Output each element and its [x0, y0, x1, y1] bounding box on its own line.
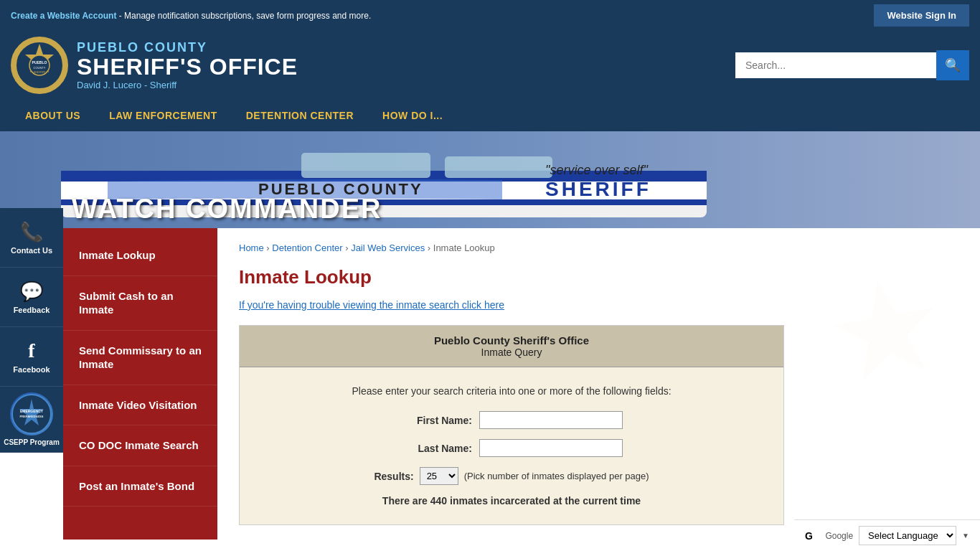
form-instruction: Please enter your search criteria into o… — [254, 385, 769, 397]
breadcrumb-sep3: › — [428, 242, 433, 253]
nav-item-how[interactable]: HOW DO I... — [368, 100, 457, 131]
csepp-badge: EMERGENCY PREPAREDNESS — [10, 392, 53, 435]
translate-bar: G Google Select Language English Spanish… — [794, 519, 980, 540]
site-title: PUEBLO COUNTY SHERIFF'S OFFICE David J. … — [77, 40, 298, 90]
breadcrumb-detention[interactable]: Detention Center — [272, 242, 342, 253]
phone-icon: 📞 — [20, 221, 43, 243]
breadcrumb-sep2: › — [345, 242, 351, 253]
language-select[interactable]: Select Language English Spanish — [859, 526, 956, 540]
form-body: Please enter your search criteria into o… — [240, 367, 783, 524]
contact-us-label: Contact Us — [11, 246, 52, 255]
breadcrumb: Home › Detention Center › Jail Web Servi… — [239, 242, 958, 253]
trouble-link[interactable]: If you're having trouble viewing the inm… — [239, 299, 958, 311]
results-select[interactable]: 10 25 50 100 — [420, 467, 458, 485]
breadcrumb-home[interactable]: Home — [239, 242, 264, 253]
content-area: ★ Home › Detention Center › Jail Web Ser… — [217, 228, 980, 540]
results-note: (Pick number of inmates displayed per pa… — [464, 471, 649, 481]
first-name-label: First Name: — [400, 415, 472, 426]
last-name-input[interactable] — [479, 439, 623, 457]
site-title-top: PUEBLO COUNTY — [77, 40, 298, 55]
csepp-sidebar-item[interactable]: EMERGENCY PREPAREDNESS CSEPP Program — [0, 387, 63, 453]
inmate-count: There are 440 inmates incarcerated at th… — [254, 495, 769, 507]
site-title-main: SHERIFF'S OFFICE — [77, 55, 298, 78]
search-icon: 🔍 — [945, 57, 961, 73]
svg-text:COUNTY: COUNTY — [34, 66, 46, 70]
google-label: Google — [825, 531, 853, 540]
search-button[interactable]: 🔍 — [936, 50, 969, 80]
feedback-icon: 💬 — [20, 281, 43, 303]
nav-send-commissary[interactable]: Send Commissary to an Inmate — [63, 331, 217, 385]
svg-text:SHERIFF: SHERIFF — [33, 70, 46, 74]
hero-watch-text: WATCH COMMANDER — [72, 194, 382, 225]
first-name-input[interactable] — [479, 411, 623, 429]
last-name-label: Last Name: — [400, 443, 472, 454]
nav-post-bond[interactable]: Post an Inmate's Bond — [63, 466, 217, 507]
facebook-icon: f — [28, 339, 34, 362]
left-sidebar: 📞 Contact Us 💬 Feedback f Facebook EMERG… — [0, 208, 63, 453]
site-title-sub: David J. Lucero - Sheriff — [77, 80, 298, 90]
form-header-subtitle: Inmate Query — [248, 347, 775, 358]
nav-item-detention[interactable]: DETENTION CENTER — [232, 100, 368, 131]
svg-text:"service over self": "service over self" — [545, 163, 649, 177]
feedback-label: Feedback — [14, 306, 50, 314]
results-label: Results: — [374, 471, 413, 482]
svg-text:G: G — [805, 530, 813, 540]
nav-inmate-lookup[interactable]: Inmate Lookup — [63, 235, 217, 276]
first-name-row: First Name: — [254, 411, 769, 429]
website-sign-in-button[interactable]: Website Sign In — [874, 4, 969, 27]
svg-text:PUEBLO: PUEBLO — [32, 60, 47, 65]
inmate-query-form: Pueblo County Sheriff's Office Inmate Qu… — [239, 325, 784, 525]
google-icon: G — [805, 529, 819, 540]
top-bar-suffix: - Manage notification subscriptions, sav… — [119, 11, 372, 21]
nav-bar: ABOUT US LAW ENFORCEMENT DETENTION CENTE… — [0, 100, 980, 131]
nav-item-law-enforcement[interactable]: LAW ENFORCEMENT — [95, 100, 232, 131]
nav-item-about[interactable]: ABOUT US — [11, 100, 95, 131]
site-header: PUEBLO COUNTY SHERIFF PUEBLO COUNTY SHER… — [0, 31, 980, 100]
results-row: Results: 10 25 50 100 (Pick number of in… — [254, 467, 769, 485]
contact-us-sidebar-item[interactable]: 📞 Contact Us — [0, 208, 63, 268]
svg-rect-12 — [445, 156, 552, 178]
top-bar: Create a Website Account - Manage notifi… — [0, 0, 980, 31]
top-bar-message: Create a Website Account - Manage notifi… — [11, 11, 371, 21]
search-input[interactable] — [735, 52, 936, 78]
last-name-row: Last Name: — [254, 439, 769, 457]
svg-text:SHERIFF: SHERIFF — [545, 178, 651, 200]
form-header: Pueblo County Sheriff's Office Inmate Qu… — [240, 326, 783, 367]
breadcrumb-jail-web[interactable]: Jail Web Services — [351, 242, 425, 253]
create-account-link[interactable]: Create a Website Account — [11, 11, 116, 21]
nav-video-visitation[interactable]: Inmate Video Visitation — [63, 385, 217, 426]
facebook-sidebar-item[interactable]: f Facebook — [0, 327, 63, 387]
hero-banner: PUEBLO COUNTY "service over self" SHERIF… — [0, 131, 980, 228]
facebook-label: Facebook — [13, 365, 50, 374]
csepp-label: CSEPP Program — [4, 438, 60, 446]
svg-rect-11 — [301, 153, 430, 178]
secondary-nav: Inmate Lookup Submit Cash to an Inmate S… — [63, 228, 217, 540]
nav-submit-cash[interactable]: Submit Cash to an Inmate — [63, 276, 217, 331]
logo-area: PUEBLO COUNTY SHERIFF PUEBLO COUNTY SHER… — [11, 37, 298, 94]
main-layout: Inmate Lookup Submit Cash to an Inmate S… — [63, 228, 980, 540]
svg-text:PREPAREDNESS: PREPAREDNESS — [20, 415, 44, 418]
form-header-title: Pueblo County Sheriff's Office — [248, 334, 775, 347]
breadcrumb-current: Inmate Lookup — [433, 242, 495, 253]
svg-text:EMERGENCY: EMERGENCY — [20, 409, 44, 413]
search-area: 🔍 — [735, 50, 969, 80]
chevron-down-icon: ▼ — [962, 532, 969, 540]
sheriff-logo: PUEBLO COUNTY SHERIFF — [11, 37, 68, 94]
feedback-sidebar-item[interactable]: 💬 Feedback — [0, 268, 63, 327]
nav-co-doc[interactable]: CO DOC Inmate Search — [63, 425, 217, 466]
page-title: Inmate Lookup — [239, 266, 958, 288]
sheriff-badge-icon: PUEBLO COUNTY SHERIFF — [14, 40, 65, 90]
